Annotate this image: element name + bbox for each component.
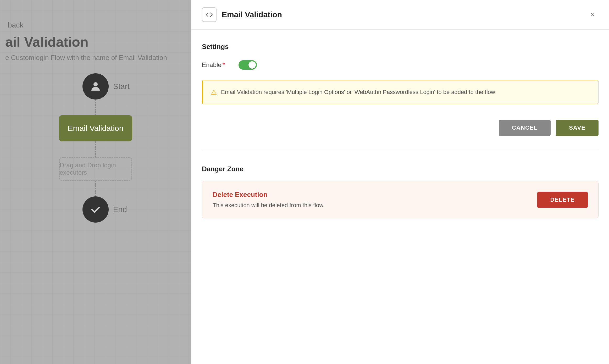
warning-box: ⚠ Email Validation requires 'Multiple Lo…	[202, 80, 599, 104]
drawer-content: Settings Enable* ⚠ Email Validation requ…	[191, 30, 609, 231]
danger-box-content: Delete Execution This execution will be …	[213, 191, 325, 209]
cancel-button[interactable]: CANCEL	[499, 120, 551, 136]
delete-button[interactable]: DELETE	[537, 192, 588, 208]
page-subtitle: e Customlogin Flow with the name of Emai…	[5, 54, 167, 62]
connector-3	[95, 181, 96, 196]
page-title: ail Validation	[5, 34, 88, 50]
enable-label: Enable*	[202, 61, 233, 69]
warning-icon: ⚠	[211, 88, 217, 96]
user-icon	[89, 80, 102, 93]
danger-zone-title: Danger Zone	[202, 165, 599, 173]
enable-row: Enable*	[202, 60, 599, 70]
flow-diagram: Start Email Validation Drag and Drop log…	[0, 73, 191, 223]
drawer-title: Email Validation	[222, 10, 582, 19]
toggle-knob	[248, 61, 256, 69]
svg-point-0	[93, 82, 98, 86]
warning-text: Email Validation requires 'Multiple Logi…	[221, 88, 495, 96]
action-row: CANCEL SAVE	[202, 120, 599, 149]
delete-execution-heading: Delete Execution	[213, 191, 325, 199]
flow-end-node: End	[82, 196, 109, 223]
end-label: End	[113, 205, 127, 214]
enable-toggle[interactable]	[239, 60, 257, 70]
close-button[interactable]: ×	[587, 9, 599, 20]
checkmark-icon	[89, 203, 102, 216]
drawer-header: Email Validation ×	[191, 0, 609, 30]
save-button[interactable]: SAVE	[556, 120, 599, 136]
back-label[interactable]: back	[8, 21, 23, 29]
email-validation-node[interactable]: Email Validation	[59, 115, 132, 141]
connector-1	[95, 100, 96, 115]
danger-zone-box: Delete Execution This execution will be …	[202, 181, 599, 218]
delete-execution-desc: This execution will be deleted from this…	[213, 202, 325, 209]
flow-start-node: Start	[82, 73, 109, 100]
code-icon-button[interactable]	[202, 7, 217, 22]
dnd-node[interactable]: Drag and Drop login executors	[59, 157, 132, 181]
left-panel: back ail Validation e Customlogin Flow w…	[0, 0, 191, 364]
start-label: Start	[113, 82, 130, 91]
settings-section-title: Settings	[202, 43, 599, 51]
dnd-label: Drag and Drop login executors	[60, 162, 131, 176]
required-star: *	[223, 61, 225, 68]
right-panel: Email Validation × Settings Enable* ⚠ Em…	[191, 0, 609, 364]
email-node-label: Email Validation	[68, 124, 124, 133]
code-icon	[206, 11, 213, 18]
connector-2	[95, 141, 96, 157]
